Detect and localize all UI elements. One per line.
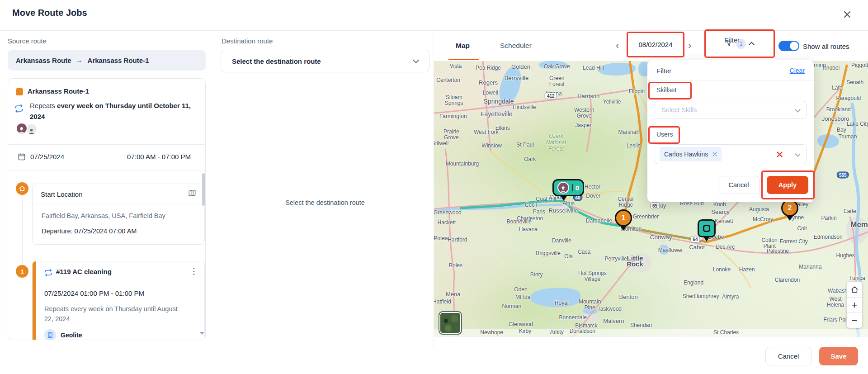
timeline-connector [22,195,23,265]
map-zoom-out-button[interactable]: − [847,312,862,328]
map-town-label: Tunica [849,275,865,281]
map-town-label: Green Forest [542,76,572,87]
map-town-label: Kirby [519,328,531,334]
marker-separator [572,184,573,191]
kebab-menu-icon[interactable]: ⋮ [189,266,199,276]
map-town-label: Glenwood [509,321,533,327]
date-box[interactable]: 08/02/2024 [627,32,684,57]
map-town-label: Little Rock [620,255,650,267]
map-town-label: Lake City [847,121,868,127]
map-town-label: Searcy [711,208,729,215]
filter-apply-button[interactable]: Apply [767,176,808,194]
map-town-label: Piggott [851,62,868,68]
map-town-label: Jasper [575,122,591,128]
map-town-label: Springdale [484,98,514,105]
map-town-label: Hackett [437,219,456,226]
map-town-label: Clarendon [775,277,800,283]
map-town-label: Royal [555,300,569,306]
map-town-label: Coal Hill [536,196,556,202]
route-color-swatch [16,88,23,95]
cancel-button[interactable]: Cancel [765,347,811,365]
filter-popup-title: Filter [656,67,671,75]
filter-clear-link[interactable]: Clear [790,67,805,74]
map-town-label: Booneville [506,218,531,225]
map-home-button[interactable] [847,282,862,297]
map-town-label: Paragould [836,95,861,101]
map-town-label: Hazen [739,266,755,273]
scrollbar[interactable] [202,173,205,206]
map-town-label: Elkins [495,125,510,131]
map-stop-marker-1[interactable]: 1 [615,209,632,227]
users-select[interactable]: Carlos Hawkins [655,144,807,164]
stop-marker-number: 1 [622,214,626,222]
job-card[interactable]: #119 AC cleaning ⋮ 07/25/2024 01:00 PM -… [32,261,205,340]
building-icon [44,329,56,340]
route-name: Arkansass Route-1 [28,87,89,95]
map-town-label: Bay [837,127,846,133]
map-town-label: Greenbrier [633,213,659,220]
route-start-user-marker[interactable]: 0 [552,179,584,196]
map-town-label: St Charles [713,329,739,336]
map-town-label: Oark [524,156,536,162]
satellite-layer-thumbnail[interactable] [439,311,462,335]
map-controls: + − [846,281,863,328]
map-icon[interactable] [188,189,196,199]
map-town-label: Golden [511,63,530,70]
skills-select[interactable]: Select Skills [655,101,807,119]
show-all-routes-toggle[interactable] [778,41,799,51]
job-stop-number: 1 [20,268,24,275]
job-repeat-text: Repeats every week on Thursday until Aug… [44,304,180,324]
map-town-label: Truman [838,133,857,140]
map-town-label: Winslow [481,142,502,149]
destination-route-label: Destination route [222,37,273,45]
map-town-label: Norman [502,303,521,309]
user-chip: Carlos Hawkins [660,147,722,161]
save-button[interactable]: Save [819,347,858,365]
prev-date-icon[interactable]: ‹ [616,40,619,52]
map-town-label: Havana [519,226,538,232]
job-stop-node: 1 [16,265,28,278]
map-town-label: Marshall [618,129,638,135]
map-town-label: Siloam Springs [439,95,469,106]
map-town-label: Mt Ida [515,294,530,300]
active-tab-underline [448,59,479,60]
map-town-label: Farmington [439,113,467,119]
close-icon[interactable] [840,7,854,22]
map-town-label: Oak Grove [544,63,570,70]
map-town-label: McCrory [753,216,773,223]
map-town-label: Donaldson [570,328,595,334]
filter-cancel-button[interactable]: Cancel [718,176,760,194]
clear-selection-icon[interactable] [777,151,783,157]
map-town-label: Berryville [505,75,528,81]
scroll-down-icon[interactable] [200,332,204,335]
source-route-label: Source route [8,37,47,45]
tab-scheduler[interactable]: Scheduler [500,42,532,50]
map-town-label: Stilwell [434,140,448,147]
source-route-card: Arkansass Route-1 Repeats every week on … [8,78,206,340]
map-zoom-in-button[interactable]: + [847,297,862,312]
calendar-icon [18,152,26,162]
destination-select-value: Select the destination route [232,57,321,65]
map-town-label: Newhope [480,329,503,336]
map-town-label: Cabot [689,244,705,251]
highway-shield: 412 [545,92,557,99]
chevron-down-icon [795,107,801,113]
breadcrumb-to: Arkansass Route-1 [88,57,149,64]
tab-map[interactable]: Map [456,42,470,50]
map-town-label: Center Ridge [611,196,641,208]
map-town-label: Jonesboro [822,115,849,122]
start-location-node [16,182,28,195]
map-town-label: St Paul [516,142,534,148]
map-town-label: Danville [552,237,571,244]
destination-route-select[interactable]: Select the destination route [221,50,429,72]
next-date-icon[interactable]: › [688,40,691,52]
map-town-label: Hartford [448,237,467,243]
filter-button-label: Filter [725,36,740,44]
map-destination-marker[interactable] [698,219,716,237]
chip-remove-icon[interactable] [712,152,717,156]
map-town-label: Mountainburg [446,161,479,167]
filter-button[interactable]: Filter 1 [704,29,775,58]
map-town-label: Memphis [850,220,868,229]
map-town-label: Cecil [525,202,537,208]
map-town-label: Leslie [627,142,641,149]
